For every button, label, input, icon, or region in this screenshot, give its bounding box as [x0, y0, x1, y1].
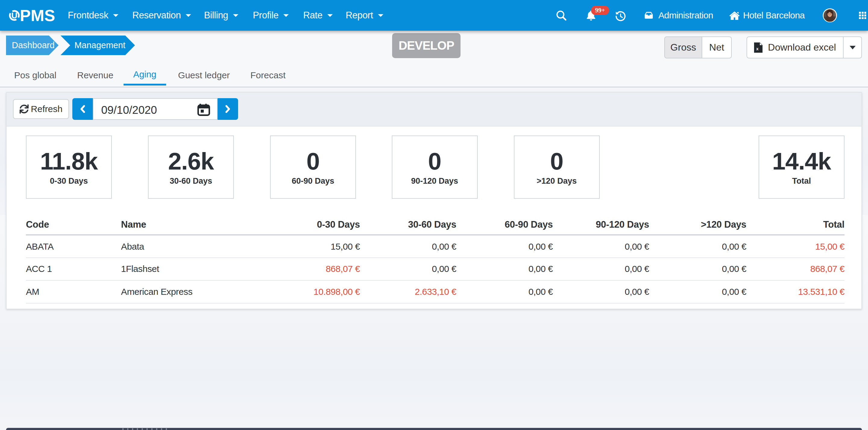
svg-text:U: U	[11, 11, 17, 20]
svg-text:x: x	[756, 46, 758, 51]
svg-text:PMS: PMS	[20, 6, 55, 24]
